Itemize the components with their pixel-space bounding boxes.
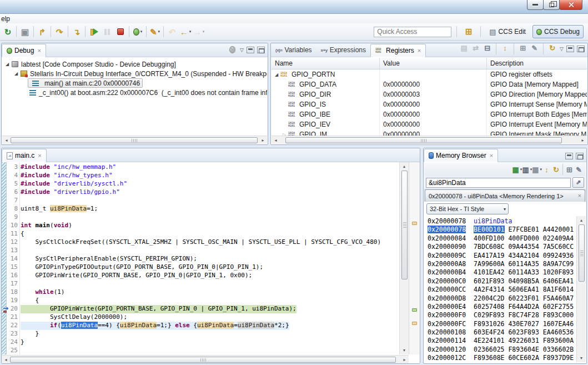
editor-vertical-scrollbar[interactable]: ▴ ▾: [399, 162, 409, 354]
memory-word[interactable]: 0336602B: [543, 346, 574, 353]
tab-expressions[interactable]: x+yExpressions: [316, 43, 370, 57]
memory-word[interactable]: 7A99600A: [474, 260, 504, 268]
overview-ruler[interactable]: [409, 162, 420, 354]
maximize-view-button[interactable]: [576, 153, 584, 159]
code-line[interactable]: GPIOPinWrite(GPIO_PORTN_BASE, GPIO_PIN_0…: [21, 272, 399, 280]
memory-word[interactable]: 22004C2D: [474, 294, 504, 302]
memory-row[interactable]: 0x20000120 02366025 F893604E 0336602B: [428, 346, 576, 354]
pin-memory-icon[interactable]: ✎: [574, 165, 584, 174]
memory-word[interactable]: F893C000: [543, 311, 574, 319]
edit-register-group-icon[interactable]: ✎: [530, 43, 539, 53]
memory-format-select[interactable]: 32-Bit Hex - TI Style ▾: [426, 203, 509, 214]
save-memory-icon[interactable]: ▥▾: [522, 165, 532, 174]
memory-row[interactable]: 0x2000012C F893608E 60CE602A F8937D9E: [428, 354, 576, 362]
close-tab-icon[interactable]: ×: [490, 153, 493, 159]
memory-word[interactable]: 09924936: [543, 252, 574, 259]
registers-table[interactable]: ◢1010 0101GPIO_PORTNGPIO register offset…: [272, 69, 587, 136]
memory-row[interactable]: 0x20000114 4E224101 49226031 F893600A: [428, 337, 576, 345]
debug-icon[interactable]: ▾: [132, 26, 144, 38]
scrollbar-thumb[interactable]: [401, 171, 408, 279]
memory-row[interactable]: 0x20000090 7BDC608C 09A44354 7A5C60CC: [428, 243, 576, 251]
memory-word[interactable]: 1020F893: [543, 268, 574, 276]
memory-row[interactable]: 0x20000084 400FD100 400FD000 022409A4: [428, 234, 576, 243]
tab-main-c[interactable]: .c main.c ×: [2, 149, 47, 162]
memory-word[interactable]: 60114A33: [508, 268, 539, 276]
refresh-icon[interactable]: ↻: [551, 165, 561, 174]
debug-tree-row[interactable]: _c_int00() at boot.asm:222 0x000007C6 (_…: [2, 88, 267, 97]
memory-word[interactable]: F8937D9E: [543, 354, 574, 362]
tab-memory-browser[interactable]: Memory Browser ×: [424, 149, 498, 162]
code-line[interactable]: SysCtlDelay(2000000);: [21, 313, 399, 322]
flash-icon[interactable]: ✎▾: [149, 26, 161, 38]
memory-word[interactable]: 4101EA42: [474, 268, 504, 276]
memory-word[interactable]: 09A44354: [508, 243, 539, 251]
occurrence-marker[interactable]: [412, 322, 417, 325]
close-tab-icon[interactable]: ×: [418, 48, 421, 54]
tab-variables[interactable]: (x)=Variables: [271, 43, 316, 57]
memory-row[interactable]: 0x200000CC 4A2F4314 5606EA41 8A1F6014: [428, 286, 576, 294]
code-line[interactable]: #include "inc/hw_types.h": [21, 172, 399, 180]
memory-word[interactable]: F893608E: [474, 354, 504, 362]
scrollbar-thumb[interactable]: [10, 357, 396, 363]
tab-registers[interactable]: 1010 0101Registers×: [370, 44, 426, 57]
memory-word[interactable]: 60257408: [474, 303, 504, 311]
memory-word[interactable]: F8931026: [474, 320, 504, 328]
expanded-arrow-icon[interactable]: ◢: [4, 62, 10, 67]
memory-word[interactable]: 4A2F4314: [474, 286, 504, 293]
code-line[interactable]: SysCtlClockFreqSet((SYSCTL_XTAL_25MHZ | …: [21, 238, 399, 247]
register-row[interactable]: 1010 0101GPIO_IBE0x00000000GPIO Interrup…: [272, 109, 587, 119]
memory-word[interactable]: 60223F01: [508, 294, 539, 302]
quick-access-input[interactable]: [374, 27, 451, 37]
minimize-view-button[interactable]: [565, 153, 573, 159]
memory-row[interactable]: 0x200000B4 4101EA42 60114A33 1020F893: [428, 268, 576, 277]
close-tab-icon[interactable]: ×: [38, 153, 41, 159]
memory-dump[interactable]: 0x20000078 ui8PinData0x20000078 BE00D101…: [425, 216, 576, 362]
line-number-ruler[interactable]: 345678910111213141516171819202122232425: [7, 162, 20, 354]
debug-tree-row[interactable]: ◢Stellaris In-Circuit Debug Interface_0/…: [2, 69, 267, 78]
minimize-view-button[interactable]: [247, 47, 254, 53]
code-text-area[interactable]: #include "inc/hw_memmap.h"#include "inc/…: [21, 162, 399, 354]
swap-icon[interactable]: ↕: [542, 165, 551, 174]
memory-word[interactable]: EA417A19: [474, 252, 504, 259]
code-line[interactable]: #include "inc/hw_memmap.h": [21, 163, 399, 172]
register-row[interactable]: 1010 0101GPIO_DATA0x00000000GPIO Data [M…: [272, 79, 587, 89]
minimize-view-button[interactable]: [566, 46, 574, 52]
resume-icon[interactable]: [88, 26, 100, 38]
memory-word[interactable]: 1607EA46: [543, 320, 574, 328]
memory-word[interactable]: 400FD100: [474, 234, 504, 242]
step-return-icon[interactable]: ↱: [36, 26, 48, 38]
code-line[interactable]: SysCtlPeripheralEnable(SYSCTL_PERIPH_GPI…: [21, 255, 399, 263]
current-line-marker[interactable]: [412, 308, 417, 312]
memory-rendering-tab[interactable]: 0x20000078 - ui8PinData <Memory Renderin…: [425, 189, 585, 202]
memory-word[interactable]: 8A1F6014: [543, 286, 574, 293]
code-line[interactable]: [21, 197, 399, 205]
maximize-view-button[interactable]: [257, 47, 265, 53]
memory-word[interactable]: E7FCBE01: [508, 226, 539, 233]
code-line[interactable]: int main(void): [21, 222, 399, 230]
memory-word[interactable]: 60CE602A: [508, 354, 539, 362]
go-to-address-button[interactable]: ⇗: [572, 177, 584, 188]
restart-icon[interactable]: ↻: [2, 26, 14, 38]
scrollbar-thumb[interactable]: [579, 224, 585, 282]
memory-row[interactable]: 0x200000FC F8931026 430E7027 1607EA46: [428, 320, 576, 328]
memory-word[interactable]: 49226031: [508, 337, 539, 344]
code-line[interactable]: }: [21, 330, 399, 338]
column-header-value[interactable]: Value: [380, 58, 487, 69]
memory-word[interactable]: F8C74F28: [508, 311, 539, 319]
memory-row[interactable]: 0x200000F0 C029F893 F8C74F28 F893C000: [428, 311, 576, 319]
register-row[interactable]: ◢1010 0101GPIO_PORTNGPIO register offset…: [272, 69, 587, 79]
memory-word[interactable]: 6406EA41: [543, 277, 574, 285]
memory-word[interactable]: 603E4F24: [474, 328, 504, 336]
register-row[interactable]: 1010 0101GPIO_IEV0x00000000GPIO Interrup…: [272, 119, 587, 129]
register-row[interactable]: 1010 0101GPIO_IS0x00000000GPIO Interrupt…: [272, 99, 587, 109]
debug-tree-row[interactable]: ◢labtest [Code Composer Studio - Device …: [2, 59, 267, 69]
annotation-ruler[interactable]: [2, 162, 7, 354]
back-icon[interactable]: ←▾: [179, 26, 192, 38]
load-memory-icon[interactable]: ▦▾: [532, 165, 542, 174]
collapse-all-icon[interactable]: ⊟: [483, 43, 492, 53]
memory-word[interactable]: C029F893: [474, 311, 504, 319]
close-button[interactable]: [559, 0, 582, 10]
close-rendering-icon[interactable]: ×: [578, 193, 581, 199]
expander-icon[interactable]: ◢: [274, 72, 279, 77]
perspective-ccs-edit[interactable]: ▤ CCS Edit: [486, 25, 529, 38]
